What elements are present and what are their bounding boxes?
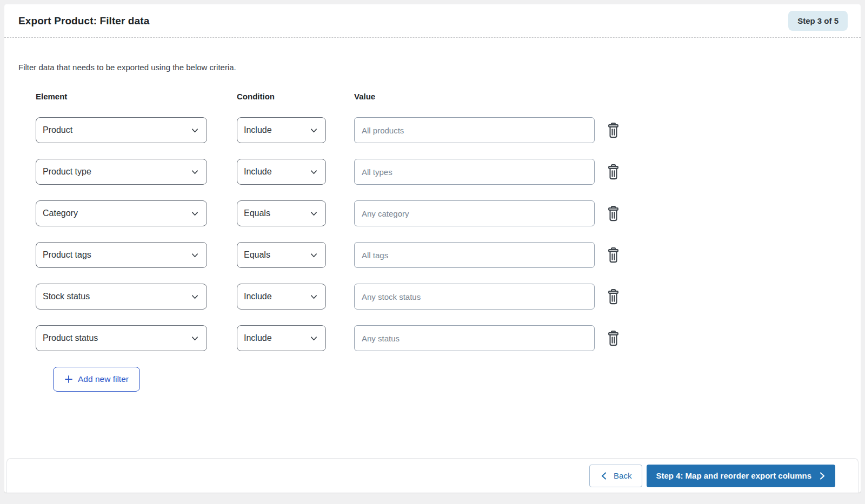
condition-select-value: Equals [244, 209, 270, 218]
filter-rows: Product Include Product type [36, 117, 847, 351]
column-header-value: Value [354, 92, 595, 101]
element-select-value: Product [43, 125, 72, 135]
filter-row: Product status Include [36, 325, 847, 351]
trash-icon [606, 164, 621, 180]
element-select[interactable]: Product type [36, 159, 207, 185]
chevron-down-icon [310, 251, 318, 259]
filter-row: Product type Include [36, 159, 847, 185]
condition-select-value: Include [244, 125, 272, 135]
filter-row: Category Equals [36, 200, 847, 226]
value-input[interactable] [354, 117, 595, 143]
chevron-down-icon [310, 293, 318, 301]
chevron-down-icon [310, 210, 318, 218]
filter-section: Filter data that needs to be exported us… [4, 38, 861, 392]
condition-select-value: Include [244, 167, 272, 177]
back-button-label: Back [614, 471, 631, 480]
next-step-button[interactable]: Step 4: Map and reorder export columns [647, 465, 835, 487]
filter-row: Product Include [36, 117, 847, 143]
value-input[interactable] [354, 284, 595, 310]
condition-select-value: Equals [244, 250, 270, 260]
add-new-filter-label: Add new filter [78, 374, 129, 384]
element-select-value: Stock status [43, 292, 90, 301]
wizard-footer: Back Step 4: Map and reorder export colu… [6, 458, 859, 493]
condition-select[interactable]: Include [237, 117, 326, 143]
value-input[interactable] [354, 325, 595, 351]
back-button[interactable]: Back [589, 465, 642, 487]
chevron-down-icon [191, 210, 199, 218]
chevron-left-icon [600, 472, 608, 480]
add-new-filter-button[interactable]: Add new filter [53, 367, 140, 392]
filter-row: Stock status Include [36, 284, 847, 310]
chevron-down-icon [310, 334, 318, 342]
intro-text: Filter data that needs to be exported us… [18, 63, 847, 72]
column-header-condition: Condition [237, 92, 326, 101]
delete-filter-button[interactable] [604, 120, 622, 140]
element-select-value: Product status [43, 333, 98, 343]
element-select-value: Product tags [43, 250, 91, 260]
trash-icon [606, 122, 621, 139]
element-select[interactable]: Product status [36, 325, 207, 351]
plus-icon [64, 375, 73, 384]
condition-select-value: Include [244, 333, 272, 343]
trash-icon [606, 247, 621, 264]
delete-filter-button[interactable] [604, 162, 622, 182]
delete-filter-button[interactable] [604, 328, 622, 348]
element-select[interactable]: Stock status [36, 284, 207, 310]
condition-select[interactable]: Equals [237, 242, 326, 268]
chevron-down-icon [310, 126, 318, 135]
delete-filter-button[interactable] [604, 287, 622, 307]
next-step-label: Step 4: Map and reorder export columns [656, 471, 811, 480]
condition-select[interactable]: Include [237, 284, 326, 310]
element-select[interactable]: Product tags [36, 242, 207, 268]
chevron-down-icon [191, 126, 199, 135]
filter-grid: Element Condition Value Product Include [36, 92, 847, 392]
filter-row: Product tags Equals [36, 242, 847, 268]
page-title: Export Product: Filter data [18, 15, 149, 27]
condition-select[interactable]: Include [237, 159, 326, 185]
trash-icon [606, 205, 621, 222]
chevron-down-icon [191, 251, 199, 259]
value-input[interactable] [354, 159, 595, 185]
chevron-right-icon [819, 472, 826, 480]
condition-select-value: Include [244, 292, 272, 301]
delete-filter-button[interactable] [604, 204, 622, 224]
element-select[interactable]: Product [36, 117, 207, 143]
chevron-down-icon [191, 293, 199, 301]
element-select[interactable]: Category [36, 200, 207, 226]
delete-filter-button[interactable] [604, 245, 622, 265]
chevron-down-icon [310, 168, 318, 176]
chevron-down-icon [191, 334, 199, 342]
trash-icon [606, 330, 621, 347]
element-select-value: Category [43, 209, 78, 218]
column-headers: Element Condition Value [36, 92, 847, 101]
step-badge: Step 3 of 5 [788, 11, 848, 31]
value-input[interactable] [354, 242, 595, 268]
condition-select[interactable]: Include [237, 325, 326, 351]
trash-icon [606, 288, 621, 305]
wizard-header: Export Product: Filter data Step 3 of 5 [4, 4, 861, 38]
chevron-down-icon [191, 168, 199, 176]
element-select-value: Product type [43, 167, 91, 177]
condition-select[interactable]: Equals [237, 200, 326, 226]
value-input[interactable] [354, 200, 595, 226]
export-wizard-card: Export Product: Filter data Step 3 of 5 … [4, 4, 861, 493]
column-header-element: Element [36, 92, 207, 101]
